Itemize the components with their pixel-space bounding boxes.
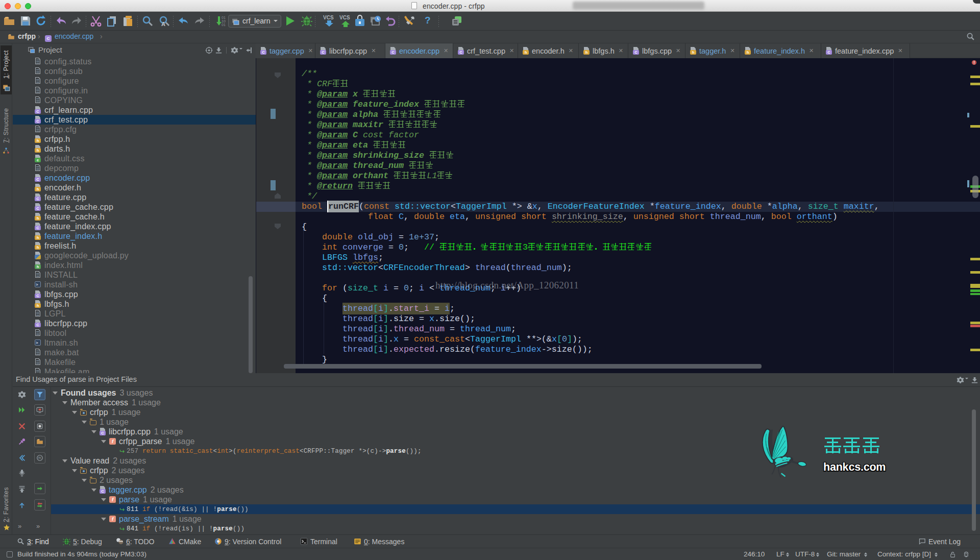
- svg-text:10: 10: [222, 19, 226, 23]
- svg-text:m: m: [38, 456, 41, 459]
- svg-text:01: 01: [222, 23, 226, 27]
- svg-text:01: 01: [222, 16, 226, 19]
- svg-text:A: A: [161, 21, 165, 27]
- svg-text:VCS: VCS: [339, 15, 350, 20]
- svg-text:VCS: VCS: [323, 15, 334, 20]
